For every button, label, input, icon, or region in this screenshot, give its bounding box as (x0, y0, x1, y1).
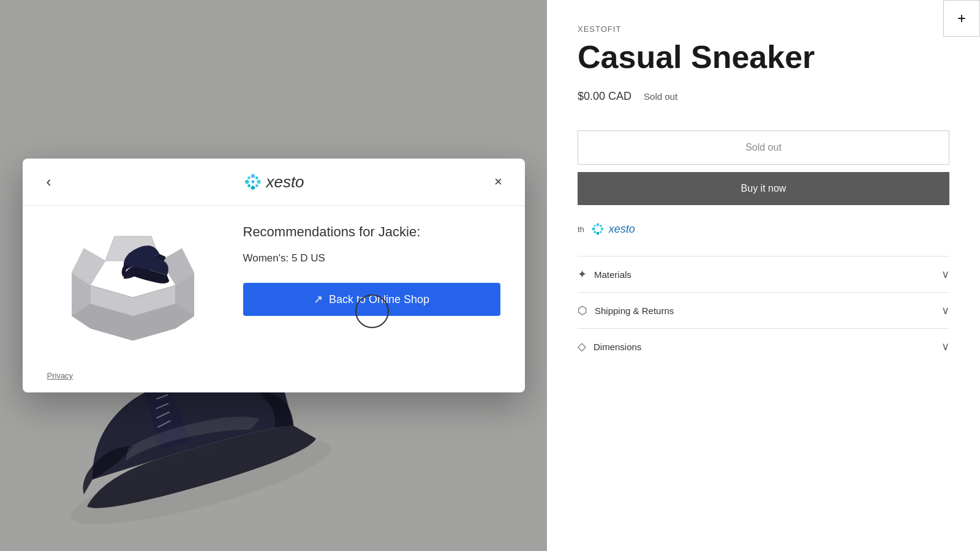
svg-point-7 (245, 180, 249, 184)
accordion-materials[interactable]: ✦ Materials ∨ (578, 256, 949, 292)
xesto-powered-row: th xesto (578, 220, 949, 238)
svg-point-23 (592, 228, 595, 231)
svg-point-10 (255, 176, 258, 179)
svg-point-13 (251, 181, 254, 184)
modal-logo-text: xesto (266, 173, 304, 192)
modal-overlay: ‹ (0, 0, 547, 551)
product-price: $0.00 CAD (578, 90, 631, 103)
recommendation-modal: ‹ (23, 159, 525, 392)
svg-point-11 (247, 184, 251, 187)
modal-close-button[interactable]: × (488, 171, 510, 193)
recommendations-title: Recommendations for Jackie: (243, 224, 500, 240)
svg-point-27 (594, 231, 596, 233)
accordion-materials-text: Materials (594, 269, 631, 280)
dimensions-icon: ◇ (578, 340, 586, 353)
accordion-dimensions-label: ◇ Dimensions (578, 340, 641, 353)
svg-point-5 (251, 174, 254, 178)
modal-image-area (47, 224, 219, 347)
svg-point-9 (247, 176, 251, 179)
price-sold-out-badge: Sold out (644, 91, 677, 102)
xesto-powered-prefix: th (578, 225, 584, 234)
svg-point-8 (257, 180, 260, 184)
svg-point-21 (596, 223, 599, 227)
privacy-link[interactable]: Privacy (47, 371, 74, 380)
accordion-list: ✦ Materials ∨ ⬡ Shipping & Returns ∨ ◇ D… (578, 256, 949, 364)
materials-icon: ✦ (578, 268, 587, 281)
svg-point-24 (600, 228, 603, 231)
modal-back-button[interactable]: ‹ (38, 171, 60, 193)
modal-footer: Privacy (23, 365, 525, 392)
accordion-shipping-label: ⬡ Shipping & Returns (578, 304, 674, 317)
sold-out-button: Sold out (578, 130, 949, 165)
svg-point-12 (255, 184, 258, 187)
modal-header: ‹ (23, 159, 525, 206)
plus-button[interactable]: + (943, 0, 980, 37)
modal-logo: xesto (243, 172, 304, 192)
xesto-logo-icon (243, 172, 262, 192)
xesto-logo-text-small: xesto (609, 223, 635, 236)
materials-chevron-icon: ∨ (941, 268, 949, 281)
accordion-materials-label: ✦ Materials (578, 268, 631, 281)
back-to-shop-label: Back to Online Shop (329, 293, 429, 306)
svg-point-22 (596, 232, 599, 235)
xesto-logo-small: xesto (589, 220, 635, 238)
box-illustration (72, 224, 194, 347)
shipping-icon: ⬡ (578, 304, 587, 317)
back-to-shop-button[interactable]: ↗ Back to Online Shop (243, 283, 500, 316)
product-image-panel: ‹ (0, 0, 547, 551)
dimensions-chevron-icon: ∨ (941, 340, 949, 353)
external-link-icon: ↗ (314, 293, 323, 306)
accordion-dimensions[interactable]: ◇ Dimensions ∨ (578, 328, 949, 364)
svg-point-26 (600, 225, 602, 228)
accordion-shipping-text: Shipping & Returns (595, 305, 674, 316)
product-title: Casual Sneaker (578, 40, 949, 75)
xesto-small-icon (589, 220, 606, 238)
svg-point-25 (594, 225, 596, 228)
price-row: $0.00 CAD Sold out (578, 90, 949, 103)
svg-point-28 (600, 231, 602, 233)
svg-point-6 (251, 186, 254, 189)
buy-now-button[interactable]: Buy it now (578, 172, 949, 205)
accordion-dimensions-text: Dimensions (594, 342, 641, 352)
product-details-panel: XESTOFIT Casual Sneaker $0.00 CAD Sold o… (547, 0, 980, 551)
shipping-chevron-icon: ∨ (941, 304, 949, 317)
modal-content: Recommendations for Jackie: Women's: 5 D… (243, 224, 500, 322)
brand-name: XESTOFIT (578, 24, 949, 34)
size-recommendation: Women's: 5 D US (243, 252, 500, 264)
accordion-shipping[interactable]: ⬡ Shipping & Returns ∨ (578, 292, 949, 328)
modal-body: Recommendations for Jackie: Women's: 5 D… (23, 206, 525, 365)
